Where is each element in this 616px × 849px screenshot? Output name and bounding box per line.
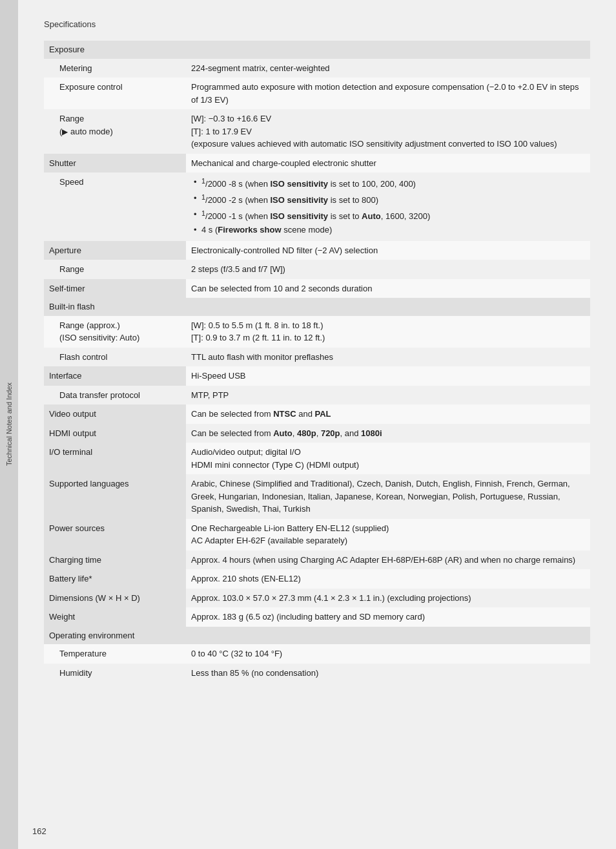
table-row: HumidityLess than 85 % (no condensation) — [44, 664, 590, 683]
table-row: Built-in flash — [44, 298, 590, 316]
table-row: Power sourcesOne Rechargeable Li-ion Bat… — [44, 519, 590, 550]
page-title: Specifications — [44, 19, 590, 29]
table-row: Temperature0 to 40 °C (32 to 104 °F) — [44, 644, 590, 664]
table-row: Operating environment — [44, 627, 590, 645]
table-row: I/O terminalAudio/video output; digital … — [44, 443, 590, 474]
table-row: HDMI outputCan be selected from Auto, 48… — [44, 424, 590, 443]
table-row: Self-timerCan be selected from 10 and 2 … — [44, 279, 590, 299]
table-row: Exposure — [44, 41, 590, 59]
table-row: InterfaceHi-Speed USB — [44, 366, 590, 386]
table-row: Range2 steps (f/3.5 and f/7 [W]) — [44, 260, 590, 279]
page-number: 162 — [32, 826, 46, 836]
table-row: Metering224-segment matrix, center-weigh… — [44, 59, 590, 78]
table-row: Battery life*Approx. 210 shots (EN-EL12) — [44, 569, 590, 589]
table-row: Supported languagesArabic, Chinese (Simp… — [44, 474, 590, 519]
table-row: Data transfer protocolMTP, PTP — [44, 386, 590, 405]
table-row: Flash controlTTL auto flash with monitor… — [44, 348, 590, 367]
table-row: Range (approx.)(ISO sensitivity: Auto)[W… — [44, 316, 590, 348]
table-row: ShutterMechanical and charge-coupled ele… — [44, 154, 590, 173]
side-label: Technical Notes and Index — [5, 383, 13, 466]
table-row: Video outputCan be selected from NTSC an… — [44, 404, 590, 424]
table-row: ApertureElectronically-controlled ND fil… — [44, 241, 590, 260]
table-row: Range(▶ auto mode)[W]: −0.3 to +16.6 EV[… — [44, 109, 590, 154]
table-row: Dimensions (W × H × D)Approx. 103.0 × 57… — [44, 589, 590, 608]
specs-table: ExposureMetering224-segment matrix, cent… — [44, 41, 590, 682]
table-row: Exposure controlProgrammed auto exposure… — [44, 78, 590, 109]
table-row: Charging timeApprox. 4 hours (when using… — [44, 550, 590, 570]
table-row: WeightApprox. 183 g (6.5 oz) (including … — [44, 607, 590, 627]
table-row: Speed1/2000 -8 s (when ISO sensitivity i… — [44, 173, 590, 241]
